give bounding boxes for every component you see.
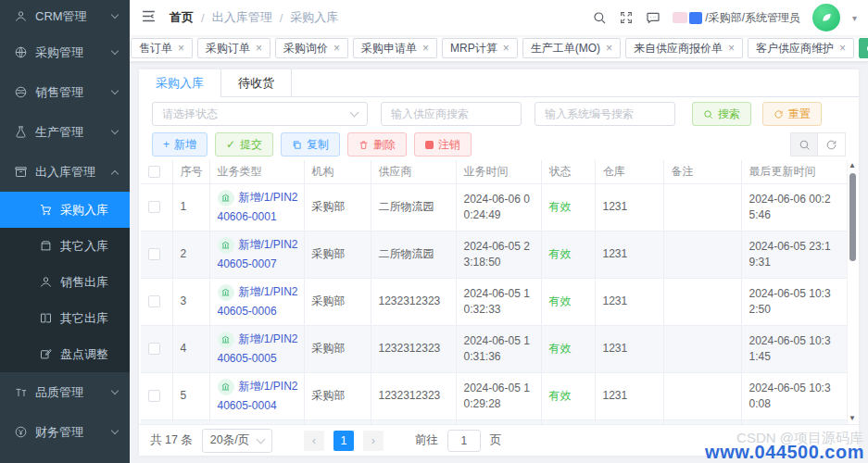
user-info[interactable]: /采购部/系统管理员 xyxy=(673,10,800,26)
copy-button[interactable]: 复制 xyxy=(281,132,340,156)
next-page-button[interactable]: › xyxy=(363,431,384,451)
doc-number[interactable]: 40605-0004 xyxy=(218,398,296,414)
doc-link[interactable]: 新增/1/PIN2 xyxy=(218,379,296,395)
doc-number[interactable]: 40605-0006 xyxy=(218,304,296,319)
doc-number[interactable]: 40606-0001 xyxy=(218,209,296,225)
box-icon xyxy=(39,239,53,253)
goto-page-input[interactable] xyxy=(447,430,481,452)
breadcrumb-home[interactable]: 首页 xyxy=(170,9,194,26)
table-row[interactable]: 1 新增/1/PIN240606-0001 采购部 二所物流园 2024-06-… xyxy=(141,183,847,231)
close-icon[interactable]: × xyxy=(333,43,340,54)
fullscreen-icon[interactable] xyxy=(619,10,634,25)
tag-tabs-bar: 售订单× 采购订单× 采购询价× 采购申请单× MRP计算× 生产工单(MO)×… xyxy=(130,35,868,62)
sidebar-item-crm[interactable]: CRM管理 xyxy=(0,0,130,32)
sidebar-item-label: 销售管理 xyxy=(35,84,112,101)
stop-icon xyxy=(425,141,434,149)
tag-tab-purchase-inquiry[interactable]: 采购询价× xyxy=(275,38,348,58)
row-checkbox[interactable] xyxy=(148,295,160,307)
search-icon[interactable] xyxy=(592,10,607,25)
table-row[interactable]: 2 新增/1/PIN240605-0007 采购部 二所物流园 2024-06-… xyxy=(141,231,847,278)
tag-tab-purchase-inbound[interactable]: 采购入库× xyxy=(859,38,868,58)
prev-page-button[interactable]: ‹ xyxy=(304,431,324,451)
doc-link[interactable]: 新增/1/PIN2 xyxy=(218,332,296,348)
scroll-down-icon[interactable]: ▼ xyxy=(849,413,856,424)
cancel-button[interactable]: 注销 xyxy=(414,132,472,156)
close-icon[interactable]: × xyxy=(503,43,509,54)
tag-tab-sales-order[interactable]: 售订单× xyxy=(131,38,193,58)
table-refresh-icon-button[interactable] xyxy=(818,132,846,156)
breadcrumb-module[interactable]: 出入库管理 xyxy=(212,9,272,26)
scrollbar-thumb[interactable] xyxy=(849,173,856,261)
scroll-up-icon[interactable]: ▲ xyxy=(849,160,856,171)
table-scrollbar[interactable]: ▲ ▼ xyxy=(847,160,857,424)
sidebar-item-sales[interactable]: 销售管理 xyxy=(0,72,130,112)
chevron-down-icon xyxy=(111,87,119,94)
tag-tab-mrp[interactable]: MRP计算× xyxy=(442,38,518,58)
row-checkbox[interactable] xyxy=(148,201,160,213)
table-row[interactable]: 5 新增/1/PIN240605-0004 采购部 1232312323 202… xyxy=(141,372,847,419)
collapse-menu-icon[interactable] xyxy=(141,8,157,27)
doc-link[interactable]: 新增/1/PIN2 xyxy=(218,190,296,206)
sidebar-submenu: 采购入库 其它入库 销售出库 其它出库 盘点调整 xyxy=(0,192,130,372)
tag-tab-customer-supplier[interactable]: 客户供应商维护× xyxy=(748,38,854,58)
caret-down-icon[interactable]: ▾ xyxy=(852,13,857,23)
close-icon[interactable]: × xyxy=(728,43,735,54)
current-page-button[interactable]: 1 xyxy=(333,431,354,451)
tag-tab-mo[interactable]: 生产工单(MO)× xyxy=(522,38,621,58)
close-icon[interactable]: × xyxy=(256,43,262,54)
submit-button[interactable]: ✓ 提交 xyxy=(215,132,273,156)
doc-number[interactable]: 40605-0005 xyxy=(218,351,296,367)
table-search-icon-button[interactable] xyxy=(790,132,818,156)
tab-pending-receipt[interactable]: 待收货 xyxy=(221,69,292,96)
select-all-checkbox[interactable] xyxy=(148,166,160,178)
table-row[interactable]: 4 新增/1/PIN240605-0005 采购部 1232312323 202… xyxy=(141,325,847,372)
close-icon[interactable]: × xyxy=(839,43,846,54)
add-button[interactable]: + 新增 xyxy=(152,132,208,156)
delete-button[interactable]: 删除 xyxy=(347,132,407,156)
status-badge: 有效 xyxy=(549,294,572,307)
sidebar-item-purchase-inbound[interactable]: 采购入库 xyxy=(0,192,130,228)
doc-link[interactable]: 新增/1/PIN2 xyxy=(218,237,296,254)
tab-purchase-inbound[interactable]: 采购入库 xyxy=(139,69,221,96)
search-button[interactable]: 搜索 xyxy=(692,102,751,126)
row-checkbox[interactable] xyxy=(148,390,160,402)
sidebar-item-sales-outbound[interactable]: 销售出库 xyxy=(0,264,130,300)
close-icon[interactable]: × xyxy=(178,43,184,54)
sidebar-item-other-outbound[interactable]: 其它出库 xyxy=(0,300,130,336)
row-checkbox[interactable] xyxy=(148,248,160,260)
doc-number[interactable]: 40605-0007 xyxy=(218,257,296,272)
avatar[interactable] xyxy=(812,4,840,31)
table-row[interactable]: 3 新增/1/PIN240605-0006 采购部 1232312323 202… xyxy=(141,278,847,325)
sidebar-item-stocktake[interactable]: 盘点调整 xyxy=(0,336,130,372)
panel-tabs: 采购入库 待收货 xyxy=(139,69,859,97)
supplier-search-input[interactable] xyxy=(381,102,522,126)
row-checkbox[interactable] xyxy=(148,343,160,355)
page-size-select[interactable]: 20条/页 xyxy=(202,429,272,453)
status-select[interactable]: 请选择状态 xyxy=(152,102,368,126)
doc-link[interactable]: 新增/1/PIN2 xyxy=(218,284,296,301)
sidebar-item-purchase[interactable]: 采购管理 xyxy=(0,32,130,72)
sidebar-item-label: 财务管理 xyxy=(35,424,112,441)
sidebar-item-quality[interactable]: 品质管理 xyxy=(0,372,130,412)
reset-button[interactable]: 重置 xyxy=(762,102,822,126)
tag-tab-purchase-order[interactable]: 采购订单× xyxy=(197,38,270,58)
message-icon[interactable] xyxy=(646,10,660,25)
redacted-block xyxy=(689,12,702,24)
close-icon[interactable]: × xyxy=(422,43,429,54)
sidebar-item-label: 生产管理 xyxy=(35,124,112,141)
doc-type-icon xyxy=(218,190,234,206)
sidebar-item-finance[interactable]: 财务管理 xyxy=(0,412,130,452)
sidebar-item-production[interactable]: 生产管理 xyxy=(0,112,130,152)
sidebar-item-inventory[interactable]: 出入库管理 xyxy=(0,152,130,192)
goto-label: 前往 xyxy=(415,432,438,448)
copy-icon xyxy=(292,140,302,150)
tag-tab-supplier-quote[interactable]: 来自供应商报价单× xyxy=(625,38,743,58)
user-icon xyxy=(14,9,28,23)
tag-tab-purchase-request[interactable]: 采购申请单× xyxy=(353,38,437,58)
sidebar-item-other-inbound[interactable]: 其它入库 xyxy=(0,228,130,264)
sysno-search-input[interactable] xyxy=(535,102,675,126)
status-badge: 有效 xyxy=(549,342,572,355)
sidebar-item-partial[interactable] xyxy=(0,452,130,463)
close-icon[interactable]: × xyxy=(606,43,612,54)
table-row[interactable]: 6 新增/1/PIN240605-0003 采购部 二所物流园 2024-06-… xyxy=(141,419,847,424)
